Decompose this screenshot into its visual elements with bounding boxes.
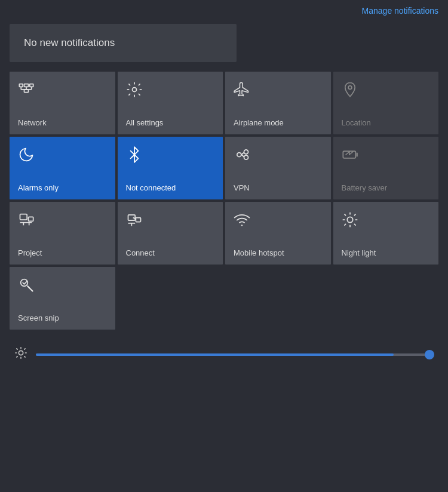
tile-airplane-mode[interactable]: Airplane mode <box>225 72 331 134</box>
svg-point-12 <box>244 150 248 154</box>
hotspot-icon <box>234 211 324 230</box>
no-notifications-box: No new notifications <box>10 24 237 62</box>
tile-project-label: Project <box>18 248 108 257</box>
svg-line-35 <box>344 214 345 216</box>
tile-network-label: Network <box>18 118 108 127</box>
svg-line-51 <box>24 349 25 349</box>
svg-line-47 <box>24 356 25 357</box>
svg-rect-5 <box>30 84 33 87</box>
settings-icon <box>126 81 216 100</box>
tile-location-label: Location <box>342 118 432 127</box>
tile-alarms-only[interactable]: Alarms only <box>10 137 115 199</box>
tile-alarms-label: Alarms only <box>18 183 108 192</box>
svg-line-46 <box>17 349 17 349</box>
svg-line-36 <box>354 224 355 225</box>
tile-settings-label: All settings <box>126 118 216 127</box>
bluetooth-icon <box>126 146 216 165</box>
svg-point-41 <box>21 279 28 287</box>
project-icon <box>18 211 108 230</box>
svg-point-10 <box>348 86 352 90</box>
tile-battery-saver[interactable]: Battery saver <box>333 137 439 199</box>
nightlight-icon <box>342 211 432 230</box>
svg-line-20 <box>349 152 352 155</box>
no-notifications-text: No new notifications <box>24 37 115 48</box>
tile-network[interactable]: Network <box>10 72 115 134</box>
action-center: Manage notifications No new notification… <box>0 0 448 492</box>
quick-actions-grid: Network All settings Airplane mode <box>5 72 443 330</box>
tile-vpn[interactable]: VPN <box>225 137 331 199</box>
svg-point-43 <box>19 350 23 355</box>
screensnip-icon <box>18 276 108 296</box>
manage-notifications-link[interactable]: Manage notifications <box>362 6 438 16</box>
tile-screensnip-label: Screen snip <box>18 313 108 322</box>
tile-night-light[interactable]: Night light <box>333 202 439 265</box>
svg-rect-8 <box>24 90 29 93</box>
connect-icon <box>126 211 216 230</box>
battery-icon <box>342 146 432 165</box>
brightness-area <box>0 334 448 374</box>
top-bar: Manage notifications <box>0 0 448 19</box>
svg-rect-22 <box>29 217 33 221</box>
svg-point-9 <box>132 88 136 92</box>
svg-line-18 <box>346 152 349 155</box>
tile-screen-snip[interactable]: Screen snip <box>10 267 115 330</box>
tile-mobile-hotspot[interactable]: Mobile hotspot <box>225 202 331 265</box>
tile-nightlight-label: Night light <box>342 248 432 257</box>
svg-point-11 <box>237 153 241 157</box>
tile-vpn-label: VPN <box>234 183 324 192</box>
airplane-icon <box>234 81 324 100</box>
tile-connect-label: Connect <box>126 248 216 257</box>
tile-battery-label: Battery saver <box>342 183 432 192</box>
tile-project[interactable]: Project <box>10 202 115 265</box>
svg-rect-4 <box>24 84 29 87</box>
svg-rect-0 <box>19 84 23 87</box>
network-icon <box>18 81 108 100</box>
svg-line-42 <box>27 286 32 291</box>
location-icon <box>342 81 432 100</box>
svg-rect-27 <box>136 218 140 222</box>
vpn-icon <box>234 146 324 165</box>
notification-area: No new notifications <box>0 19 448 72</box>
tile-bluetooth-label: Not connected <box>126 183 216 192</box>
svg-line-50 <box>17 356 17 357</box>
brightness-slider-track <box>36 353 434 356</box>
tile-connect[interactable]: Connect <box>118 202 223 265</box>
svg-line-39 <box>344 224 345 225</box>
svg-line-15 <box>241 155 244 157</box>
tile-airplane-label: Airplane mode <box>234 118 324 127</box>
moon-icon <box>18 146 108 165</box>
tile-all-settings[interactable]: All settings <box>118 72 223 134</box>
svg-point-13 <box>244 155 248 159</box>
tile-location[interactable]: Location <box>333 72 439 134</box>
tile-hotspot-label: Mobile hotspot <box>234 248 324 257</box>
svg-line-40 <box>354 214 355 216</box>
tile-bluetooth[interactable]: Not connected <box>118 137 223 199</box>
svg-rect-21 <box>20 214 27 220</box>
svg-point-32 <box>347 217 352 222</box>
brightness-icon <box>14 346 27 362</box>
